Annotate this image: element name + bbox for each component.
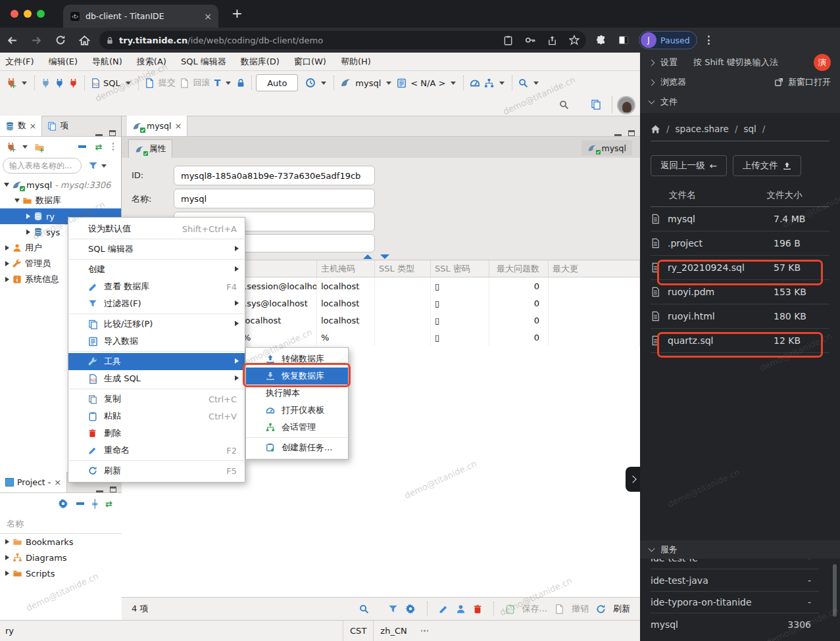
connect-button[interactable] [39, 78, 53, 88]
file-row[interactable]: ruoyi.html 180 KB [651, 304, 829, 329]
menu-item-generate-sql[interactable]: 生成 SQL [68, 370, 245, 387]
window-zoom-button[interactable] [37, 10, 45, 18]
menu-item-set-default[interactable]: 设为默认值Shift+Ctrl+A [68, 220, 245, 237]
splitter-up-icon[interactable] [363, 254, 372, 259]
maximize-panel-icon[interactable] [109, 130, 116, 136]
service-row-mysql[interactable]: mysql3306 [651, 613, 819, 635]
cell-ssl-password[interactable]: ▯ [431, 312, 489, 329]
tasks-icon[interactable] [482, 78, 496, 88]
cell-ssl-password[interactable]: ▯ [431, 295, 489, 312]
menu-window[interactable]: 窗口(W) [294, 56, 326, 68]
cell-ssl-type[interactable] [375, 329, 431, 346]
gear-icon[interactable] [58, 498, 68, 509]
cell-max-questions[interactable]: 0 [489, 277, 549, 295]
cell-max-updates[interactable] [549, 277, 640, 295]
twisty-collapsed-icon[interactable] [5, 245, 9, 250]
col-header-ssl-type[interactable]: SSL 类型 [375, 260, 431, 277]
twisty-collapsed-icon[interactable] [5, 261, 9, 266]
twisty-collapsed-icon[interactable] [26, 229, 30, 235]
filter-icon[interactable] [88, 161, 98, 171]
submenu-item-session-manager[interactable]: 会话管理 [246, 419, 348, 436]
minimize-panel-icon[interactable] [96, 490, 103, 492]
commit-button[interactable]: 提交 [157, 77, 178, 89]
locale-indicator[interactable]: zh_CN [373, 621, 413, 641]
name-field[interactable] [174, 189, 375, 208]
submenu-item-dump-database[interactable]: 转储数据库 [246, 350, 348, 368]
tab-database-navigator[interactable]: 数 × [0, 116, 42, 136]
menu-item-paste[interactable]: 粘贴Ctrl+V [68, 408, 245, 425]
file-row[interactable]: ruoyi.pdm 153 KB [651, 280, 829, 304]
breadcrumb-item[interactable]: space.share [676, 124, 729, 134]
extensions-puzzle-icon[interactable] [596, 35, 606, 45]
id-field[interactable] [174, 166, 375, 185]
col-header-host-mask[interactable]: 主机掩码 [317, 260, 375, 277]
schema-dropdown-icon[interactable] [451, 82, 456, 85]
menu-item-refresh[interactable]: 刷新F5 [68, 462, 245, 479]
key-icon[interactable] [525, 35, 535, 45]
toolbar-search-icon[interactable] [516, 78, 530, 88]
transaction-dropdown-icon[interactable] [226, 82, 231, 85]
cell-host[interactable]: localhost [317, 277, 375, 295]
menu-item-rename[interactable]: 重命名F2 [68, 442, 245, 459]
file-row-ry-sql[interactable]: ry_20210924.sql 57 KB [651, 256, 829, 280]
menu-item-sql-editor[interactable]: SQL 编辑器 [68, 241, 245, 258]
menu-search[interactable]: 搜索(A) [137, 56, 166, 68]
revert-icon[interactable] [555, 604, 564, 614]
cell-host[interactable]: localhost [317, 312, 375, 329]
history-icon[interactable] [303, 78, 318, 88]
new-folder-button[interactable]: + [32, 142, 47, 152]
add-row-icon[interactable] [456, 604, 466, 614]
menu-database[interactable]: 数据库(D) [241, 56, 280, 68]
cell-ssl-type[interactable] [375, 295, 431, 312]
editor-tab-mysql[interactable]: mysql × [127, 116, 187, 136]
twisty-expanded-icon[interactable] [4, 183, 9, 187]
cell-host[interactable]: % [317, 329, 375, 346]
profile-button[interactable]: J Paused [639, 31, 697, 49]
collapse-all-icon[interactable] [76, 502, 84, 505]
sql-editor-dropdown-icon[interactable] [126, 82, 131, 85]
menu-item-compare-migrate[interactable]: 比较/迁移(P) [68, 316, 245, 333]
grid-filter-icon[interactable] [388, 604, 398, 614]
undo-button[interactable]: 撤销 [572, 603, 589, 615]
tab-close-icon[interactable]: × [204, 11, 212, 22]
grid-settings-icon[interactable] [405, 604, 416, 614]
tasks-dropdown-icon[interactable] [499, 82, 505, 85]
open-new-window-button[interactable]: 新窗口打开 [774, 76, 831, 88]
lock-toggle-icon[interactable] [234, 78, 247, 87]
window-minimize-button[interactable] [24, 10, 32, 18]
forward-icon[interactable] [31, 35, 42, 46]
service-row[interactable]: ide-test-java- [651, 570, 819, 592]
grid-search-icon[interactable] [359, 604, 369, 614]
cell-ssl-type[interactable] [375, 312, 431, 329]
cell-max-updates[interactable] [549, 329, 640, 346]
refresh-icon[interactable] [596, 604, 606, 614]
connection-dropdown-icon[interactable] [386, 82, 391, 85]
home-icon[interactable] [651, 124, 660, 134]
ime-badge[interactable]: 演 [814, 54, 831, 71]
submenu-item-execute-script[interactable]: 执行脚本 [246, 385, 348, 402]
twisty-collapsed-icon[interactable] [5, 277, 9, 282]
menu-item-copy[interactable]: 复制Ctrl+C [68, 391, 245, 408]
upload-file-button[interactable]: 上传文件 [733, 155, 801, 176]
share-icon[interactable] [547, 36, 557, 45]
menu-item-create[interactable]: 创建 [68, 261, 245, 278]
table-filter-input[interactable] [3, 158, 82, 174]
file-row[interactable]: mysql 7.4 MB [651, 207, 829, 231]
reload-icon[interactable] [55, 35, 66, 45]
sidebar-scrollbar[interactable] [833, 564, 837, 617]
mysql-dolphin-icon[interactable] [338, 78, 353, 88]
cell-max-questions[interactable]: 0 [489, 295, 549, 312]
quick-search-icon[interactable] [559, 99, 569, 110]
splitter-down-icon[interactable] [380, 254, 389, 259]
col-header-max-questions[interactable]: 最大问题数 [489, 260, 549, 277]
project-name-column-header[interactable]: 名称 [0, 514, 122, 534]
save-icon[interactable] [505, 604, 515, 614]
twisty-collapsed-icon[interactable] [5, 539, 9, 544]
submenu-item-create-task[interactable]: 创建新任务... [246, 439, 348, 456]
tree-node-connection[interactable]: mysql - mysql:3306 [0, 177, 121, 193]
cell-ssl-password[interactable]: ▯ [431, 329, 489, 346]
user-avatar[interactable] [617, 96, 635, 114]
tree-node-scripts[interactable]: Scripts [0, 565, 122, 581]
expand-panel-tab[interactable] [626, 467, 640, 492]
tree-node-diagrams[interactable]: Diagrams [0, 550, 122, 565]
